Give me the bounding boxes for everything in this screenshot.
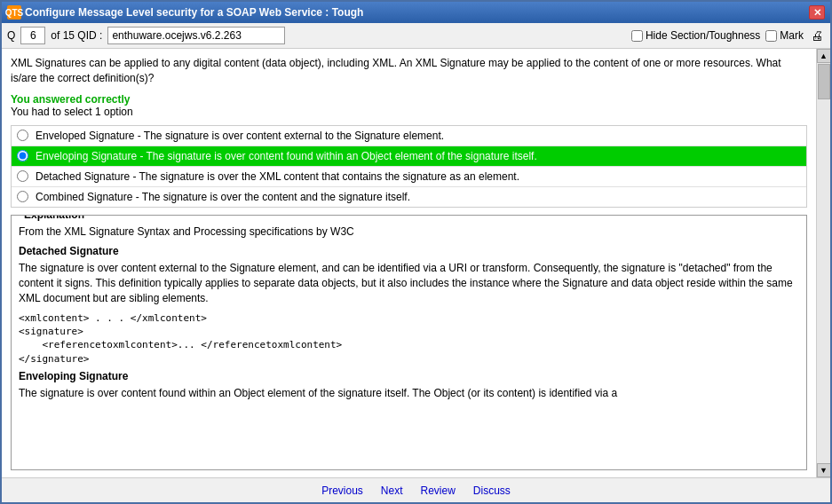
code-block: <xmlcontent> . . . </xmlcontent> <signat… [19, 311, 799, 366]
question-number-input[interactable] [20, 27, 45, 44]
option-row-selected: Enveloping Signature - The signature is … [12, 146, 806, 167]
question-text: XML Signatures can be applied to any dig… [11, 56, 807, 86]
hide-section-label: Hide Section/Toughness [646, 29, 760, 42]
hide-section-checkbox[interactable] [631, 30, 643, 42]
discuss-button[interactable]: Discuss [473, 484, 511, 497]
answer-instruction: You had to select 1 option [11, 106, 807, 118]
main-content: XML Signatures can be applied to any dig… [2, 49, 830, 477]
main-window: QTS Configure Message Level security for… [0, 0, 832, 504]
scroll-down-button[interactable]: ▼ [817, 463, 831, 477]
content-area: XML Signatures can be applied to any dig… [2, 49, 816, 477]
explanation-box: Explanation From the XML Signature Synta… [11, 215, 807, 470]
title-bar-left: QTS Configure Message Level security for… [7, 5, 363, 20]
option-4-radio[interactable] [17, 191, 28, 202]
toolbar: Q of 15 QID : Hide Section/Toughness Mar… [2, 23, 830, 49]
enveloping-body: The signature is over content found with… [19, 386, 799, 401]
q-label: Q [7, 29, 15, 42]
options-section: Enveloped Signature - The signature is o… [11, 125, 807, 208]
title-bar: QTS Configure Message Level security for… [2, 2, 830, 23]
print-button[interactable]: 🖨 [809, 28, 825, 43]
hide-section-group: Hide Section/Toughness [631, 29, 760, 42]
window-title: Configure Message Level security for a S… [25, 6, 363, 19]
explanation-legend: Explanation [20, 215, 88, 221]
qid-input[interactable] [107, 27, 285, 44]
option-4-label: Combined Signature - The signature is ov… [36, 191, 410, 203]
enveloping-title: Enveloping Signature [19, 369, 799, 384]
scrollbar: ▲ ▼ [816, 49, 830, 477]
close-button[interactable]: ✕ [809, 5, 825, 20]
mark-checkbox[interactable] [765, 30, 777, 42]
option-row: Enveloped Signature - The signature is o… [12, 126, 806, 146]
option-row: Combined Signature - The signature is ov… [12, 187, 806, 207]
explanation-content[interactable]: From the XML Signature Syntax and Proces… [12, 216, 806, 469]
option-1-label: Enveloped Signature - The signature is o… [36, 130, 444, 142]
app-icon: QTS [7, 5, 21, 20]
option-2-label: Enveloping Signature - The signature is … [36, 150, 537, 162]
next-button[interactable]: Next [381, 484, 403, 497]
option-3-radio[interactable] [17, 170, 28, 182]
review-button[interactable]: Review [421, 484, 456, 497]
option-1-radio[interactable] [17, 130, 28, 141]
scroll-up-button[interactable]: ▲ [817, 49, 831, 63]
mark-label: Mark [780, 29, 804, 42]
detached-title: Detached Signature [19, 244, 799, 259]
scroll-thumb[interactable] [818, 64, 830, 99]
mark-group: Mark [765, 29, 804, 42]
explanation-intro: From the XML Signature Syntax and Proces… [19, 224, 799, 240]
detached-body: The signature is over content external t… [19, 261, 799, 305]
option-3-label: Detached Signature - The signature is ov… [36, 170, 519, 183]
answer-status: You answered correctly [11, 93, 807, 106]
previous-button[interactable]: Previous [321, 484, 363, 497]
option-2-radio[interactable] [17, 150, 28, 161]
footer-bar: Previous Next Review Discuss [2, 477, 830, 502]
of-label: of 15 QID : [51, 29, 102, 42]
option-row: Detached Signature - The signature is ov… [12, 167, 806, 187]
